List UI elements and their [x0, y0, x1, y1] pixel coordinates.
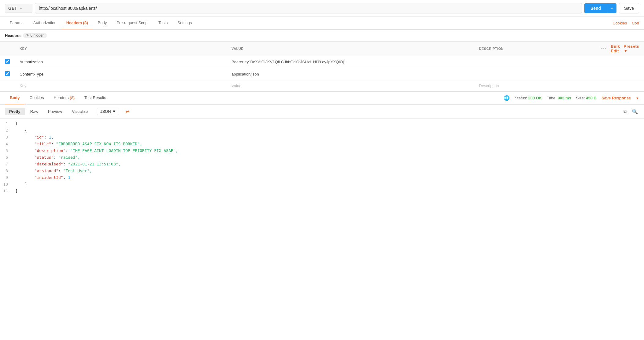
- tab-right-area: Cookies Cod: [613, 17, 639, 29]
- time-label: Time: 902 ms: [547, 96, 571, 100]
- method-chevron: ▼: [20, 7, 23, 10]
- time-value: 902 ms: [558, 96, 571, 100]
- tab-body[interactable]: Body: [93, 17, 112, 29]
- json-line-11: 11 ]: [0, 188, 644, 195]
- save-button[interactable]: Save: [619, 3, 639, 13]
- json-line-8: 8 "assigned": "Test User",: [0, 168, 644, 175]
- preview-button[interactable]: Preview: [44, 108, 66, 115]
- headers-label: Headers 👁 6 hidden: [0, 30, 644, 41]
- hidden-badge: 👁 6 hidden: [23, 33, 47, 38]
- top-bar: GET ▼ Send ▼ Save: [0, 0, 644, 17]
- response-section: Body Cookies Headers (8) Test Results 🌐 …: [0, 91, 644, 312]
- send-label: Send: [584, 3, 607, 13]
- format-label: JSON: [100, 109, 111, 114]
- row3-actions: [596, 80, 644, 91]
- eye-icon: 👁: [25, 33, 29, 38]
- row2-value: application/json: [227, 68, 474, 80]
- search-button[interactable]: 🔍: [631, 107, 639, 116]
- response-tab-test-results[interactable]: Test Results: [80, 92, 111, 104]
- tab-authorization[interactable]: Authorization: [28, 17, 61, 29]
- send-button[interactable]: Send ▼: [584, 3, 616, 13]
- row1-description: [474, 56, 596, 68]
- send-arrow: ▼: [607, 4, 616, 13]
- row3-key: Key: [15, 80, 227, 91]
- row1-value: Bearer eyJ0eXAiOiJKV1QiLCJhbGciOiJSUzI1N…: [227, 56, 474, 68]
- copy-button[interactable]: ⧉: [622, 107, 628, 116]
- response-headers-badge: (8): [70, 95, 75, 100]
- row1-checkbox[interactable]: [5, 59, 10, 64]
- pretty-button[interactable]: Pretty: [5, 108, 25, 115]
- json-line-1: 1 [: [0, 121, 644, 128]
- hidden-count: 6 hidden: [30, 33, 44, 38]
- more-options-button[interactable]: ···: [601, 46, 607, 51]
- view-options-bar: Pretty Raw Preview Visualize JSON ▼ ⇌ ⧉ …: [0, 105, 644, 119]
- response-tab-cookies[interactable]: Cookies: [25, 92, 49, 104]
- code-link[interactable]: Cod: [632, 17, 639, 29]
- format-select[interactable]: JSON ▼: [97, 108, 120, 115]
- tab-params[interactable]: Params: [5, 17, 28, 29]
- table-row: Key Value Description: [0, 80, 644, 91]
- col-key-header: KEY: [15, 42, 227, 56]
- cookies-link[interactable]: Cookies: [613, 17, 627, 29]
- json-line-3: 3 "id": 1,: [0, 135, 644, 141]
- row1-key: Authorization: [15, 56, 227, 68]
- json-line-6: 6 "status": "raised",: [0, 155, 644, 161]
- status-value: 200 OK: [528, 96, 542, 100]
- json-line-7: 7 "dateRaised": "2021-01-21 13:51:03",: [0, 161, 644, 168]
- row1-checkbox-cell: [0, 56, 15, 68]
- response-meta: 🌐 Status: 200 OK Time: 902 ms Size: 450 …: [504, 95, 639, 101]
- headers-title: Headers: [5, 33, 20, 38]
- row3-description: Description: [474, 80, 596, 91]
- json-line-4: 4 "title": "ERRORRRRR ASAP FIX NOW ITS B…: [0, 141, 644, 148]
- table-row: Authorization Bearer eyJ0eXAiOiJKV1QiLCJ…: [0, 56, 644, 68]
- raw-button[interactable]: Raw: [26, 108, 43, 115]
- row2-actions: [596, 68, 644, 80]
- presets-chevron-icon: ▼: [624, 49, 628, 53]
- tab-settings[interactable]: Settings: [172, 17, 197, 29]
- response-tab-body[interactable]: Body: [5, 92, 25, 104]
- col-desc-header: DESCRIPTION: [474, 42, 596, 56]
- response-tab-headers[interactable]: Headers (8): [49, 92, 80, 104]
- headers-table: KEY VALUE DESCRIPTION ··· Bulk Edit Pres…: [0, 41, 644, 91]
- response-tab-bar: Body Cookies Headers (8) Test Results 🌐 …: [0, 92, 644, 105]
- globe-icon: 🌐: [504, 95, 510, 101]
- status-label: Status: 200 OK: [515, 96, 542, 100]
- row3-value: Value: [227, 80, 474, 91]
- bulk-edit-button[interactable]: Bulk Edit: [611, 44, 620, 53]
- tab-tests[interactable]: Tests: [154, 17, 172, 29]
- size-value: 450 B: [586, 96, 597, 100]
- table-row: Content-Type application/json: [0, 68, 644, 80]
- json-viewer: 1 [ 2 { 3 "id": 1, 4 "title": "ERRORRRRR…: [0, 119, 644, 312]
- row1-actions: [596, 56, 644, 68]
- col-actions-header: ··· Bulk Edit Presets ▼: [596, 42, 644, 56]
- row2-key: Content-Type: [15, 68, 227, 80]
- size-label: Size: 450 B: [576, 96, 597, 100]
- right-icons: ⧉ 🔍: [622, 107, 639, 116]
- headers-badge: (8): [83, 20, 88, 25]
- method-select[interactable]: GET ▼: [5, 4, 32, 13]
- presets-button[interactable]: Presets ▼: [624, 44, 639, 53]
- save-response-button[interactable]: Save Response: [601, 96, 631, 100]
- row3-checkbox-cell: [0, 80, 15, 91]
- json-line-9: 9 "incidentId": 1: [0, 175, 644, 182]
- json-line-10: 10 }: [0, 182, 644, 188]
- request-tab-bar: Params Authorization Headers (8) Body Pr…: [0, 17, 644, 30]
- url-input[interactable]: [35, 3, 582, 13]
- row2-description: [474, 68, 596, 80]
- save-response-arrow-icon: ▼: [636, 96, 639, 100]
- col-checkbox-header: [0, 42, 15, 56]
- headers-section: Headers 👁 6 hidden KEY VALUE DESCRIPTION: [0, 30, 644, 91]
- json-line-5: 5 "description": "THE PAGE AINT LOADIN T…: [0, 148, 644, 155]
- format-chevron-icon: ▼: [112, 109, 116, 114]
- col-value-header: VALUE: [227, 42, 474, 56]
- visualize-button[interactable]: Visualize: [68, 108, 92, 115]
- wrap-button[interactable]: ⇌: [123, 107, 132, 116]
- tab-headers[interactable]: Headers (8): [61, 17, 93, 29]
- row2-checkbox-cell: [0, 68, 15, 80]
- row2-checkbox[interactable]: [5, 71, 10, 76]
- method-label: GET: [8, 6, 17, 11]
- json-line-2: 2 {: [0, 128, 644, 135]
- tab-pre-request-script[interactable]: Pre-request Script: [112, 17, 154, 29]
